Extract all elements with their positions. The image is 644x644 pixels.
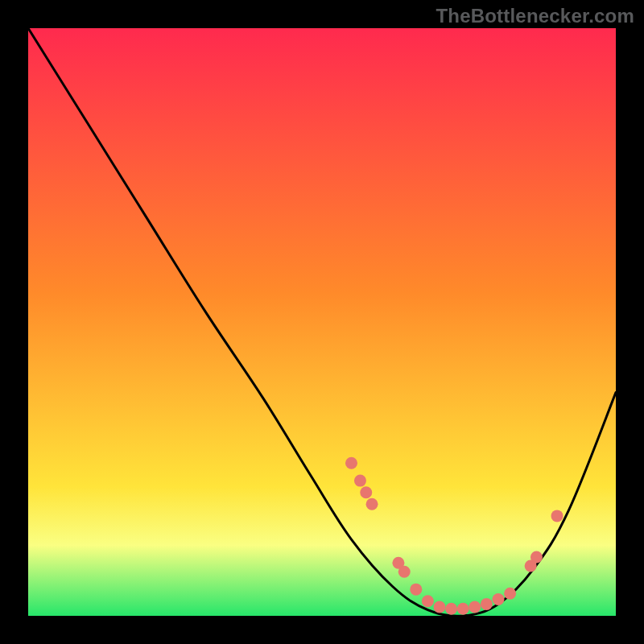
data-marker — [434, 601, 446, 613]
data-marker — [493, 593, 505, 605]
data-marker — [422, 595, 434, 607]
data-marker — [530, 551, 543, 564]
gradient-background — [28, 28, 616, 616]
data-marker — [504, 588, 516, 600]
data-marker — [481, 598, 493, 610]
data-marker — [360, 486, 372, 498]
data-marker — [398, 566, 411, 578]
data-marker — [551, 510, 564, 522]
data-marker — [410, 584, 422, 596]
data-marker — [469, 601, 481, 613]
watermark-text: TheBottlenecker.com — [436, 5, 634, 27]
data-marker — [457, 603, 469, 615]
data-marker — [366, 498, 378, 510]
data-marker — [345, 457, 357, 469]
chart-frame: TheBottlenecker.com — [0, 0, 644, 644]
bottleneck-chart — [28, 28, 616, 616]
data-marker — [445, 603, 457, 615]
data-marker — [354, 475, 366, 487]
plot-area — [28, 28, 616, 616]
